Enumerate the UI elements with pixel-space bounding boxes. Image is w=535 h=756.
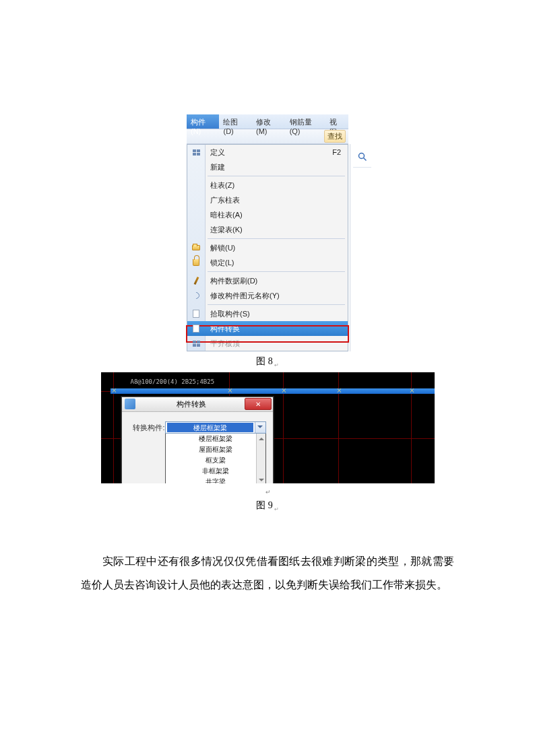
grid-icon (187, 341, 205, 347)
search-button[interactable]: 查找 (324, 130, 346, 143)
combo-option[interactable]: 楼层框架梁 (166, 434, 265, 444)
menu-item-convert[interactable]: 构件转换 (187, 321, 348, 336)
combo-option[interactable]: 屋面框架梁 (166, 444, 265, 455)
grid-icon (187, 149, 205, 156)
menu-item-unlock[interactable]: 解锁(U) (187, 240, 348, 255)
menubar-item-component[interactable]: 构件(N) (187, 114, 219, 129)
convert-dialog: 构件转换 ✕ 转换构件: 楼层框架梁 楼层框架梁 屋 (121, 397, 274, 483)
menu-item-data-brush[interactable]: 构件数据刷(D) (187, 273, 348, 288)
menu-item-coupling-beam-table[interactable]: 连梁表(K) (187, 222, 348, 237)
lock-icon (187, 259, 205, 266)
combo-dropdown[interactable]: 楼层框架梁 屋面框架梁 框支梁 非框架梁 井字梁 基础主梁 连梁 暗梁 (165, 434, 266, 483)
toolbar-row: 查找 (187, 129, 348, 144)
menubar-item-draw[interactable]: 绘图(D) (219, 114, 251, 129)
figure-8-screenshot: 构件(N) 绘图(D) 修改(M) 钢筋量(Q) 视图 查找 定义F2 新建 柱… (187, 114, 348, 351)
svg-line-1 (363, 158, 366, 161)
brush-icon (187, 277, 205, 285)
folder-icon (187, 245, 205, 250)
menu-separator (208, 238, 345, 239)
field-label: 转换构件: (129, 421, 165, 433)
convert-combo[interactable]: 楼层框架梁 楼层框架梁 屋面框架梁 框支梁 非框架梁 井字梁 基础主梁 连梁 (165, 421, 266, 483)
search-icon[interactable] (356, 151, 369, 163)
right-sidebar (350, 144, 374, 351)
menu-item-define[interactable]: 定义F2 (187, 145, 348, 160)
wrench-icon (187, 292, 205, 299)
figure-9-screenshot: A8@100/200(4) 2B25;4B25 × × × × × 构件转换 ✕… (101, 372, 435, 483)
menu-item-new[interactable]: 新建 (187, 160, 348, 174)
menu-item-align-slab: 平齐板顶 (187, 336, 348, 351)
scrollbar[interactable] (256, 434, 265, 483)
dropdown-menu: 定义F2 新建 柱表(Z) 广东柱表 暗柱表(A) 连梁表(K) 解锁(U) 锁… (187, 144, 348, 351)
menu-item-lock[interactable]: 锁定(L) (187, 255, 348, 270)
figure-8-caption: 图 8 (81, 355, 454, 368)
menu-item-pick[interactable]: 拾取构件(S) (187, 306, 348, 321)
menu-item-rename[interactable]: 修改构件图元名称(Y) (187, 288, 348, 303)
menu-item-column-table[interactable]: 柱表(Z) (187, 178, 348, 193)
menu-separator (208, 176, 345, 176)
close-button[interactable]: ✕ (245, 398, 272, 410)
document-icon (187, 310, 205, 318)
chevron-down-icon[interactable] (255, 422, 265, 433)
dialog-titlebar[interactable]: 构件转换 ✕ (122, 397, 273, 412)
beam-element[interactable] (111, 388, 435, 394)
combo-option[interactable]: 框支梁 (166, 455, 265, 466)
combo-option[interactable]: 井字梁 (166, 477, 265, 483)
menubar-item-view[interactable]: 视图 (325, 114, 348, 129)
menu-separator (208, 304, 345, 305)
body-paragraph: 实际工程中还有很多情况仅仅凭借看图纸去很难判断梁的类型，那就需要造价人员去咨询设… (81, 549, 454, 596)
menubar-item-modify[interactable]: 修改(M) (252, 114, 286, 129)
beam-annotation: A8@100/200(4) 2B25;4B25 (131, 378, 215, 385)
menu-separator (208, 271, 345, 272)
menu-item-hidden-column-table[interactable]: 暗柱表(A) (187, 207, 348, 222)
menubar-item-rebar[interactable]: 钢筋量(Q) (286, 114, 326, 129)
menu-item-gd-column-table[interactable]: 广东柱表 (187, 193, 348, 207)
document-icon (187, 324, 205, 333)
figure-9-caption: 图 9 (81, 500, 454, 512)
page: 构件(N) 绘图(D) 修改(M) 钢筋量(Q) 视图 查找 定义F2 新建 柱… (0, 0, 535, 596)
app-icon (125, 399, 135, 409)
dialog-title: 构件转换 (138, 399, 245, 409)
combo-option[interactable]: 非框架梁 (166, 466, 265, 477)
combo-selected: 楼层框架梁 (167, 423, 253, 432)
menubar: 构件(N) 绘图(D) 修改(M) 钢筋量(Q) 视图 (187, 114, 348, 129)
svg-point-0 (358, 153, 364, 159)
